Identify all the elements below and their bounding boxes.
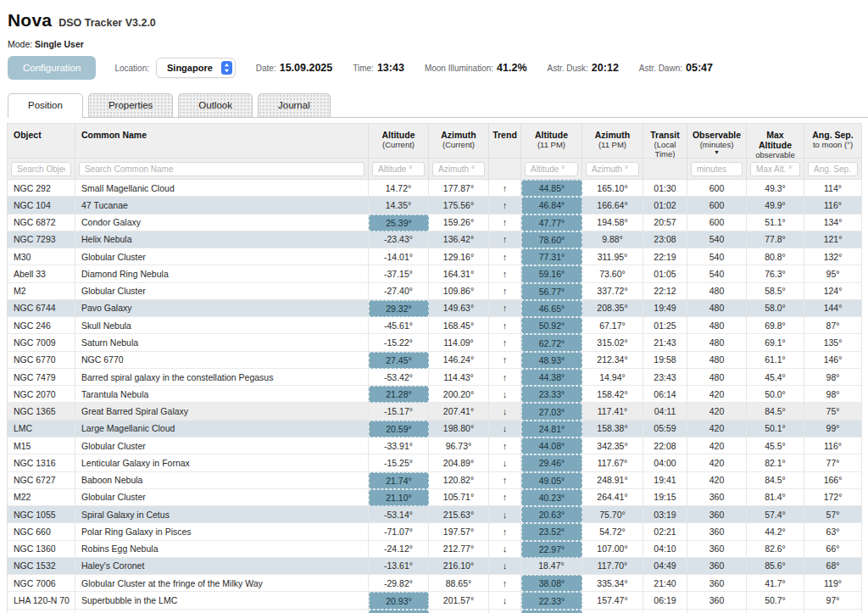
configuration-button[interactable]: Configuration — [8, 56, 96, 80]
table-row[interactable]: Abell 33 Diamond Ring Nebula -37.15° 164… — [8, 265, 860, 282]
trend-arrow-icon: ↑ — [489, 523, 521, 540]
filter-minutes-input[interactable] — [691, 162, 743, 176]
tab-properties[interactable]: Properties — [88, 93, 173, 117]
filter-angular-separation-input[interactable] — [808, 162, 858, 176]
cell-common-name: Polar Ring Galaxy in Pisces — [75, 523, 369, 540]
cell-altitude-11pm: 49.05° — [521, 472, 582, 489]
table-row[interactable]: NGC 104 47 Tucanae 14.35° 175.56° ↑ 46.8… — [8, 197, 860, 214]
table-row[interactable]: NGC 6770 NGC 6770 27.45° 146.24° ↑ 48.93… — [8, 352, 860, 369]
cell-azimuth-current: 207.41° — [429, 403, 489, 420]
moon-illumination-label: Moon Illumination: — [425, 64, 493, 73]
cell-object: NGC 2070 — [8, 386, 75, 403]
column-header-transit[interactable]: Transit (Local Time) — [643, 124, 687, 158]
filter-max-altitude-input[interactable] — [750, 162, 800, 176]
table-row[interactable]: LMC Large Magellanic Cloud 20.59° 198.80… — [8, 421, 860, 437]
cell-altitude-11pm: 59.16° — [521, 265, 582, 282]
table-row[interactable]: LHA 120-N 70 Superbubble in the LMC 20.9… — [8, 592, 860, 609]
cell-altitude-current: 21.10° — [369, 489, 429, 506]
table-row[interactable]: NGC 660 Polar Ring Galaxy in Pisces -71.… — [8, 523, 860, 540]
table-row[interactable]: M30 Globular Cluster -14.01° 129.16° ↑ 7… — [8, 248, 860, 265]
date-info: Date: 15.09.2025 — [256, 62, 332, 74]
cell-altitude-11pm: 29.46° — [521, 454, 582, 471]
cell-azimuth-11pm: 208.35° — [582, 300, 643, 317]
cell-azimuth-11pm: 243.42° — [582, 610, 643, 613]
table-row[interactable]: NGC 1365 Great Barred Spiral Galaxy -15.… — [8, 403, 860, 420]
cell-azimuth-current: 204.89° — [429, 454, 489, 471]
cell-angular-separation: 66° — [804, 541, 862, 558]
table-row[interactable]: NGC 6744 Pavo Galaxy 29.32° 149.63° ↑ 46… — [8, 300, 860, 317]
tab-position[interactable]: Position — [8, 93, 83, 118]
column-header-angular-separation[interactable]: Ang. Sep. to moon (°) — [804, 124, 862, 158]
cell-angular-separation: 124° — [804, 283, 862, 300]
cell-object: NGC 6727 — [8, 472, 75, 489]
cell-observable: 360 — [687, 592, 747, 609]
filter-common-name-input[interactable] — [79, 162, 364, 176]
cell-altitude-11pm: 56.77° — [521, 283, 582, 300]
trend-arrow-icon: ↑ — [489, 369, 521, 386]
cell-observable: 480 — [687, 317, 747, 334]
column-header-object[interactable]: Object — [8, 124, 75, 158]
cell-altitude-current: -53.14° — [369, 506, 429, 523]
trend-arrow-icon: ↑ — [489, 489, 521, 506]
table-row[interactable]: NGC 6872 Condor Galaxy 25.39° 159.26° ↑ … — [8, 215, 860, 231]
cell-azimuth-11pm: 117.70° — [582, 558, 643, 575]
cell-azimuth-current: 175.56° — [429, 197, 489, 214]
app-title: Nova — [8, 10, 52, 31]
cell-max-altitude: 69.1° — [747, 334, 804, 351]
cell-common-name: Superbubble in the LMC — [75, 592, 369, 609]
filter-altitude-current-input[interactable] — [372, 162, 425, 176]
cell-object: M22 — [8, 489, 75, 506]
table-row[interactable]: NGC 246 Skull Nebula -45.61° 168.45° ↑ 5… — [8, 317, 860, 334]
table-row[interactable]: NGC 6727 Baboon Nebula 21.74° 120.82° ↑ … — [8, 472, 860, 489]
table-row[interactable]: NGC 1316 Lenticular Galaxy in Fornax -15… — [8, 454, 860, 471]
location-select[interactable]: Singapore — [156, 58, 236, 78]
location-group: Location: Singapore — [114, 58, 235, 78]
cell-azimuth-current: 120.82° — [429, 472, 489, 489]
cell-observable: 540 — [687, 248, 747, 265]
table-row[interactable]: NGC 1360 Robins Egg Nebula -24.12° 212.7… — [8, 541, 860, 558]
column-header-common-name[interactable]: Common Name — [75, 124, 369, 158]
tab-journal[interactable]: Journal — [258, 93, 331, 117]
cell-transit: 04:10 — [643, 541, 687, 558]
filter-altitude-11pm-input[interactable] — [525, 162, 578, 176]
column-header-altitude-11pm[interactable]: Altitude (11 PM) — [521, 124, 582, 158]
cell-altitude-11pm: 44.38° — [521, 369, 582, 386]
table-row[interactable]: M2 Globular Cluster -27.40° 109.86° ↑ 56… — [8, 283, 860, 300]
table-row[interactable]: NGC 1055 Spiral Galaxy in Cetus -53.14° … — [8, 506, 860, 523]
table-row[interactable]: NGC 7293 Helix Nebula -23.43° 136.42° ↑ … — [8, 231, 860, 248]
filter-azimuth-current-input[interactable] — [432, 162, 485, 176]
time-label: Time: — [353, 64, 374, 73]
table-row[interactable]: NGC 7009 Saturn Nebula -15.22° 114.09° ↑… — [8, 334, 860, 351]
tab-outlook[interactable]: Outlook — [178, 93, 253, 117]
trend-arrow-icon: ↑ — [489, 300, 521, 317]
cell-common-name: Skull Nebula — [75, 317, 369, 334]
cell-transit: 01:05 — [643, 265, 687, 282]
column-header-max-altitude[interactable]: Max Altitude observable (°) — [747, 124, 804, 158]
table-row[interactable]: NGC 7006 Globular Cluster at the fringe … — [8, 575, 860, 592]
table-row[interactable]: M15 Globular Cluster -33.91° 96.73° ↑ 44… — [8, 437, 860, 454]
cell-altitude-11pm: 18.47° — [521, 558, 582, 575]
column-header-azimuth-current[interactable]: Azimuth (Current) — [429, 124, 489, 158]
table-row[interactable]: NGC 1532 Haley's Coronet -13.61° 216.10°… — [8, 558, 860, 575]
cell-max-altitude: 45.5° — [747, 437, 804, 454]
cell-azimuth-11pm: 75.70° — [582, 506, 643, 523]
cell-observable: 360 — [687, 489, 747, 506]
moon-illumination-info: Moon Illumination: 41.2% — [425, 62, 527, 74]
column-header-azimuth-11pm[interactable]: Azimuth (11 PM) — [582, 124, 643, 158]
table-row[interactable]: NGC 7479 Barred spiral galaxy in the con… — [8, 369, 860, 386]
column-header-trend[interactable]: Trend — [489, 124, 521, 158]
trend-arrow-icon: ↑ — [489, 437, 521, 454]
table-row[interactable]: NGC 292 Small Magellanic Cloud 14.72° 17… — [8, 180, 860, 197]
cell-max-altitude: 84.5° — [747, 403, 804, 420]
column-header-observable[interactable]: Observable (minutes) ▼ — [687, 124, 747, 158]
table-row[interactable]: M22 Globular Cluster 21.10° 105.71° ↑ 40… — [8, 489, 860, 506]
table-row[interactable]: NGC 2070 Tarantula Nebula 21.28° 200.20°… — [8, 386, 860, 403]
cell-altitude-current: -71.07° — [369, 523, 429, 540]
column-header-altitude-current[interactable]: Altitude (Current) — [369, 124, 429, 158]
filter-object-input[interactable] — [11, 162, 71, 176]
cell-common-name: Cat's Paw Nebula — [75, 610, 369, 613]
cell-max-altitude: 58.0° — [747, 300, 804, 317]
table-row[interactable]: NGC 6334 Cat's Paw Nebula 40.64° 112.40°… — [8, 610, 860, 613]
filter-azimuth-11pm-input[interactable] — [586, 162, 639, 176]
cell-transit: 04:00 — [643, 454, 687, 471]
